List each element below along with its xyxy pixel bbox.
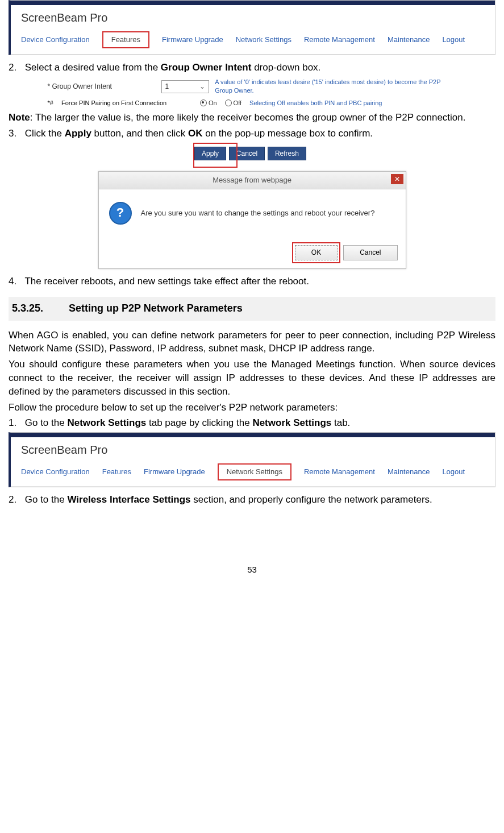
radio-icon <box>225 100 232 106</box>
dialog-title-bar: Message from webpage ✕ <box>99 172 406 189</box>
step-4: 4. The receiver reboots, and new setting… <box>9 275 495 288</box>
step-number: 2. <box>9 493 22 507</box>
t: Network Settings <box>252 417 331 428</box>
section-title: Setting up P2P Network Parameters <box>69 302 243 314</box>
chevron-down-icon: ⌄ <box>199 82 205 92</box>
apply-button[interactable]: Apply <box>194 147 226 160</box>
tab-maintenance[interactable]: Maintenance <box>388 467 430 477</box>
nav-bar-network-settings: ScreenBeam Pro Device Configuration Feat… <box>9 432 495 487</box>
ok-button[interactable]: OK <box>295 245 338 260</box>
figure-group-owner-intent: * Group Owner Intent 1 ⌄ A value of '0' … <box>48 78 457 107</box>
note-text: : The larger the value is, the more like… <box>30 112 466 123</box>
question-icon: ? <box>109 202 132 225</box>
t: Apply <box>65 128 91 139</box>
paragraph: When AGO is enabled, you can define netw… <box>9 329 495 356</box>
off-hint: Selecting Off enables both PIN and PBC p… <box>249 99 382 107</box>
step-2: 2. Select a desired value from the Group… <box>9 61 495 74</box>
nav-topband <box>11 1 495 5</box>
nav-topband <box>11 433 495 437</box>
tab-firmware-upgrade[interactable]: Firmware Upgrade <box>144 467 205 477</box>
go-select-value: 1 <box>165 82 169 90</box>
note-label: Note <box>9 112 30 123</box>
dialog-cancel-button[interactable]: Cancel <box>343 245 397 260</box>
refresh-button[interactable]: Refresh <box>268 147 306 160</box>
go-label: * Group Owner Intent <box>48 82 156 92</box>
step-text: The receiver reboots, and new settings t… <box>24 276 309 287</box>
step-3: 3. Click the Apply button, and then clic… <box>9 127 495 140</box>
nav-tabs: Device Configuration Features Firmware U… <box>11 28 495 55</box>
step-text-post: drop-down box. <box>251 62 320 73</box>
go-select[interactable]: 1 ⌄ <box>161 80 210 93</box>
radio-on-label: On <box>209 99 217 107</box>
t: section, and properly configure the netw… <box>191 494 432 505</box>
t: on the pop-up message box to confirm. <box>203 128 373 139</box>
tab-maintenance[interactable]: Maintenance <box>388 35 430 45</box>
paragraph: You should configure these parameters wh… <box>9 358 495 398</box>
t: Go to the <box>25 417 68 428</box>
radio-off-label: Off <box>234 99 241 107</box>
nav-brand: ScreenBeam Pro <box>11 5 495 28</box>
dialog-message: Are you sure you want to change the sett… <box>141 208 395 218</box>
t: tab page by clicking the <box>146 417 252 428</box>
paragraph: Follow the procedure below to set up the… <box>9 401 495 415</box>
step-text-pre: Select a desired value from the <box>25 62 161 73</box>
step-number: 1. <box>9 416 22 430</box>
note-paragraph: Note: The larger the value is, the more … <box>9 111 495 125</box>
page-number: 53 <box>9 563 495 575</box>
pin-prefix: *# <box>48 99 53 107</box>
figure-dialog: Message from webpage ✕ ? Are you sure yo… <box>98 171 406 269</box>
step-number: 2. <box>9 61 22 74</box>
step-number: 3. <box>9 127 22 140</box>
cancel-button[interactable]: Cancel <box>229 147 265 160</box>
step-text-bold: Group Owner Intent <box>161 62 252 73</box>
pin-label: Force PIN Pairing on First Connection <box>61 99 192 107</box>
figure-buttons: Apply Cancel Refresh <box>9 144 495 165</box>
tab-features[interactable]: Features <box>102 467 131 477</box>
tab-network-settings[interactable]: Network Settings <box>236 35 291 45</box>
radio-on[interactable]: On <box>200 99 217 107</box>
t: button, and then click <box>91 128 188 139</box>
nav-brand: ScreenBeam Pro <box>11 437 495 460</box>
step-ns-2: 2. Go to the Wireless Interface Settings… <box>9 493 495 507</box>
tab-logout[interactable]: Logout <box>442 467 465 477</box>
close-icon[interactable]: ✕ <box>391 174 403 184</box>
t: Network Settings <box>67 417 146 428</box>
tab-device-configuration[interactable]: Device Configuration <box>21 35 90 45</box>
radio-off[interactable]: Off <box>225 99 241 107</box>
nav-bar-features: ScreenBeam Pro Device Configuration Feat… <box>9 0 495 55</box>
t: Click the <box>25 128 65 139</box>
tab-remote-management[interactable]: Remote Management <box>304 35 375 45</box>
section-number: 5.3.25. <box>12 301 66 316</box>
section-heading: 5.3.25. Setting up P2P Network Parameter… <box>9 297 495 320</box>
tab-features[interactable]: Features <box>102 31 149 48</box>
dialog-title: Message from webpage <box>213 176 291 184</box>
tab-device-configuration[interactable]: Device Configuration <box>21 467 90 477</box>
step-number: 4. <box>9 275 22 288</box>
radio-icon <box>200 100 207 106</box>
tab-network-settings[interactable]: Network Settings <box>218 463 291 480</box>
t: tab. <box>331 417 350 428</box>
step-ns-1: 1. Go to the Network Settings tab page b… <box>9 416 495 430</box>
t: Go to the <box>25 494 68 505</box>
t: Wireless Interface Settings <box>67 494 190 505</box>
tab-logout[interactable]: Logout <box>442 35 465 45</box>
t: OK <box>188 128 203 139</box>
go-hint: A value of '0' indicates least desire ('… <box>215 78 456 96</box>
nav-tabs: Device Configuration Features Firmware U… <box>11 460 495 487</box>
tab-remote-management[interactable]: Remote Management <box>304 467 375 477</box>
tab-firmware-upgrade[interactable]: Firmware Upgrade <box>162 35 223 45</box>
